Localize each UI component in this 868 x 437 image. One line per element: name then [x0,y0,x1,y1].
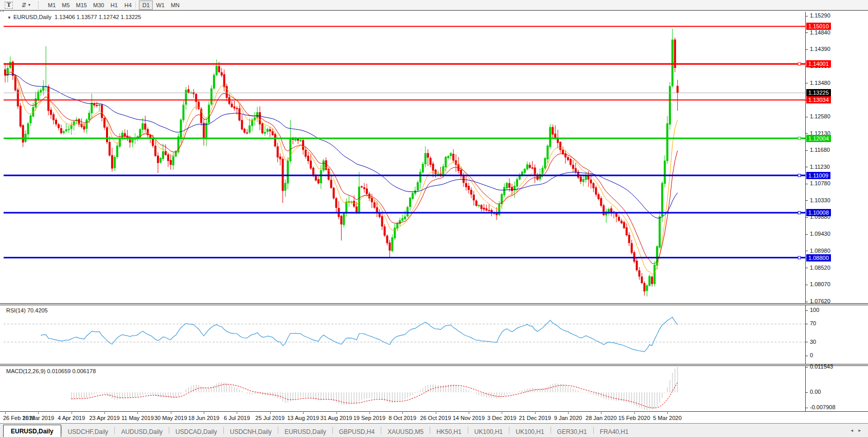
price-tick-label: 1.11230 [810,164,830,170]
chart-tab-gbpusd-h4[interactable]: GBPUSD,H4 [333,426,381,437]
price-tick-mark [806,200,808,201]
price-plot[interactable] [4,12,805,303]
price-label-1.13034: 1.13034 [806,96,831,103]
tab-scroll-arrows[interactable]: ◂ ▸ [851,428,863,433]
chart-tab-fra40-h1[interactable]: FRA40,H1 [594,426,635,437]
macd-plot [4,366,805,411]
toolbar-grip [38,2,42,9]
price-tick-label: 1.08980 [810,248,830,254]
timeframe-button-h4[interactable]: H4 [121,1,135,10]
price-tick-label: 1.08520 [810,265,830,271]
chart-tab-usdcad-daily[interactable]: USDCAD,Daily [169,426,223,437]
date-tick-mark [104,412,105,414]
chart-tab-eurusd-daily[interactable]: EURUSD,Daily [278,426,332,437]
toolbar: T ⇵ ▼ M1M5M15M30H1H4D1W1MN [0,0,868,10]
rsi-tick-label: 100 [810,307,819,313]
rsi-tick-label: 0 [810,352,813,358]
date-label: 14 Nov 2019 [453,415,485,421]
price-tick-mark [806,16,808,16]
date-tick-mark [502,412,502,414]
hline-handle-1.11009[interactable] [798,174,801,177]
price-label-1.10008: 1.10008 [806,209,831,216]
timeframe-button-h1[interactable]: H1 [107,1,121,10]
timeframe-button-m1[interactable]: M1 [45,1,59,10]
chart-tab-audusd-daily[interactable]: AUDUSD,Daily [115,426,169,437]
price-tick-mark [806,32,808,33]
date-label: 16 Mar 2019 [22,415,54,421]
price-tick-label: 1.13480 [810,80,830,86]
date-tick-mark [535,412,536,414]
macd-values: 0.010659 0.006178 [47,368,96,374]
date-label: 21 Dec 2019 [519,415,551,421]
date-axis[interactable]: 26 Feb 201916 Mar 20194 Apr 201923 Apr 2… [0,412,868,424]
price-tick-label: 1.09430 [810,231,830,237]
date-label: 18 Jun 2019 [188,415,220,421]
macd-axis: 0.0115430.00-0.007908 [805,366,868,411]
date-label: 5 Mar 2020 [653,415,682,421]
date-label: 6 Jul 2019 [224,415,250,421]
chart-tab-hk50-h1[interactable]: HK50,H1 [430,426,468,437]
price-tick-mark [806,49,808,50]
chart-title: ▼EURUSD,Daily 1.13406 1.13577 1.12742 1.… [7,14,141,20]
chart-tab-eurusd-daily[interactable]: EURUSD,Daily [3,425,61,437]
date-label: 28 Jan 2020 [586,415,617,421]
macd-name: MACD(12,26,9) [6,368,45,374]
price-label-1.15010: 1.15010 [806,23,831,30]
timeframe-button-m15[interactable]: M15 [73,1,90,10]
ma-line-55[interactable] [5,75,678,218]
chart-tab-xauusd-m5[interactable]: XAUUSD,M5 [381,426,430,437]
rsi-tick-mark [806,342,808,342]
hline-handle-1.08800[interactable] [798,256,801,259]
chart-tab-bar: EURUSD,DailyUSDCHF,DailyAUDUSD,DailyUSDC… [0,423,868,437]
price-tick-mark [806,117,808,117]
chart-window: ▼EURUSD,Daily 1.13406 1.13577 1.12742 1.… [0,10,868,423]
chart-tab-usdcnh-daily[interactable]: USDCNH,Daily [224,426,278,437]
macd-panel[interactable] [0,366,868,411]
hline-handle-1.14001[interactable] [798,63,801,65]
chart-title-ohlc: 1.13406 1.13577 1.12742 1.13225 [55,14,141,20]
price-panel[interactable] [0,12,868,303]
current-price-label: 1.13225 [806,89,831,96]
rsi-panel[interactable] [0,305,868,364]
hline-handle-1.10008[interactable] [798,212,801,214]
date-tick-mark [303,412,304,414]
macd-tick-mark [806,408,808,408]
date-label: 13 Aug 2019 [287,415,319,421]
price-tick-label: 1.14390 [810,46,830,52]
rsi-line [41,317,678,352]
timeframe-button-d1[interactable]: D1 [139,1,153,10]
rsi-tick-label: 30 [810,339,816,345]
price-tick-label: 1.10780 [810,180,830,186]
text-tool-button[interactable]: T [3,1,14,10]
date-label: 26 Oct 2019 [420,415,451,421]
date-tick-mark [469,412,469,414]
rsi-tick-label: 70 [810,320,816,326]
price-tick-mark [806,234,808,235]
price-axis[interactable]: 1.152901.148401.143901.139301.134801.130… [805,12,868,303]
timeframe-group: M1M5M15M30H1H4D1W1MN [45,0,183,10]
price-tick-mark [806,150,808,151]
chart-tab-ger30-h1[interactable]: GER30,H1 [551,426,593,437]
price-tick-label: 1.07620 [810,298,830,304]
chart-tab-uk100-h1[interactable]: UK100,H1 [509,426,550,437]
chart-tab-usdchf-daily[interactable]: USDCHF,Daily [62,426,115,437]
price-tick-mark [806,83,808,83]
price-tick-label: 1.08070 [810,281,830,287]
date-tick-mark [601,412,601,414]
macd-tick-label: 0.011543 [810,363,833,370]
timeframe-button-m30[interactable]: M30 [90,1,107,10]
chart-tab-uk100-h1[interactable]: UK100,H1 [468,426,509,437]
collapse-caret-icon[interactable]: ▼ [7,15,11,20]
price-tick-label: 1.12580 [810,113,830,119]
timeframe-button-w1[interactable]: W1 [153,1,168,10]
date-label: 3 Dec 2019 [487,415,516,421]
ma-line-8[interactable] [5,71,678,274]
macd-tick-label: 0.00 [810,389,821,395]
date-label: 25 Jul 2019 [255,415,285,421]
hline-handle-1.12004[interactable] [798,137,801,139]
arrange-charts-button[interactable]: ⇵ ▼ [19,1,34,10]
date-tick-mark [270,412,271,414]
timeframe-button-mn[interactable]: MN [168,1,183,10]
date-tick-mark [72,412,72,414]
timeframe-button-m5[interactable]: M5 [59,1,73,10]
